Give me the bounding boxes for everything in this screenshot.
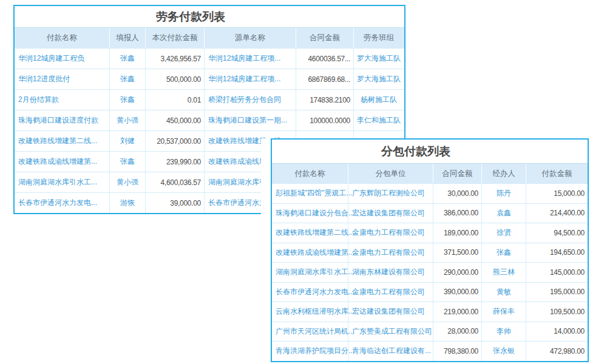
value-cell: 94,500.00: [526, 223, 588, 243]
link-cell[interactable]: 金康电力工程有限公司: [348, 243, 433, 263]
link-cell[interactable]: 改建铁路线增建第二线...: [15, 131, 110, 151]
link-cell[interactable]: 长春市伊通河水力发电...: [15, 193, 110, 213]
labor-table-header-row: 付款名称填报人本次付款金额源单名称合同金额劳务班组: [15, 27, 404, 48]
value-cell: 4600036.57...: [296, 49, 354, 69]
table-row: 彭祖新城"四馆"景观工...广东辉朗工程测绘公司30,000.00陈丹15,00…: [272, 183, 588, 203]
column-header: 合同金额: [433, 164, 482, 183]
link-cell[interactable]: 2月份结算款: [15, 90, 110, 110]
link-cell[interactable]: 湖南洞庭湖水库引水工...: [15, 172, 110, 192]
link-cell[interactable]: 桥梁打桩劳务分包合同: [205, 90, 296, 110]
link-cell[interactable]: 黄敏: [482, 283, 526, 302]
link-cell[interactable]: 湖南东林建设有限公司: [348, 263, 433, 282]
value-cell: 219,000.00: [433, 302, 482, 322]
subcontract-overlay: 分包付款列表 付款名称分包单位合同金额经办人付款金额 彭祖新城"四馆"景观工..…: [261, 138, 589, 362]
table-row: 湖南洞庭湖水库引水工...湖南东林建设有限公司290,000.00熊三林145,…: [272, 262, 588, 282]
labor-table-title: 劳务付款列表: [15, 6, 404, 27]
link-cell[interactable]: 金康电力工程有限公司: [348, 223, 433, 243]
link-cell[interactable]: 广州市天河区统计局机...: [272, 322, 348, 342]
link-cell[interactable]: 袁鑫: [482, 204, 526, 223]
value-cell: 194,650.00: [526, 243, 588, 263]
link-cell[interactable]: 广东赞美成工程有限公司: [348, 322, 433, 342]
link-cell[interactable]: 华润12城房建工程项...: [205, 69, 296, 89]
link-cell[interactable]: 改建铁路成渝线增建第...: [272, 243, 348, 263]
link-cell[interactable]: 珠海鹤港口建设分包合...: [272, 204, 348, 223]
link-cell[interactable]: 李仁和施工队: [354, 110, 404, 130]
link-cell[interactable]: 珠海鹤港口建设进度付款: [15, 110, 110, 130]
value-cell: 386,000.00: [433, 204, 482, 223]
value-cell: 450,000.00: [146, 110, 205, 130]
link-cell[interactable]: 宏达建设集团有限公司: [348, 204, 433, 223]
link-cell[interactable]: 长春市伊通河水力发电...: [272, 283, 348, 302]
value-cell: 798,380.00: [433, 342, 482, 361]
subcontract-table-header-row: 付款名称分包单位合同金额经办人付款金额: [272, 163, 588, 183]
column-header: 付款名称: [272, 164, 348, 183]
column-header: 付款名称: [15, 28, 110, 48]
link-cell[interactable]: 刘健: [110, 131, 146, 151]
link-cell[interactable]: 张永银: [482, 342, 526, 361]
table-row: 珠海鹤港口建设分包合...宏达建设集团有限公司386,000.00袁鑫214,4…: [272, 203, 588, 223]
link-cell[interactable]: 华润12城房建工程负: [15, 49, 110, 69]
link-cell[interactable]: 薛保丰: [482, 302, 526, 322]
value-cell: 20,537,000.00: [146, 131, 205, 151]
column-header: 经办人: [482, 164, 526, 183]
link-cell[interactable]: 罗大海施工队: [354, 69, 404, 89]
link-cell[interactable]: 张鑫: [482, 243, 526, 263]
column-header: 填报人: [110, 28, 146, 48]
link-cell[interactable]: 熊三林: [482, 263, 526, 282]
column-header: 劳务班组: [354, 28, 404, 48]
value-cell: 500,000.00: [146, 69, 205, 89]
link-cell[interactable]: 杨树施工队: [354, 90, 404, 110]
link-cell[interactable]: 华润12城房建工程项...: [205, 49, 296, 69]
table-row: 珠海鹤港口建设进度付款黄小强450,000.00珠海鹤港口建设第一期...100…: [15, 110, 404, 130]
link-cell[interactable]: 彭祖新城"四馆"景观工...: [272, 184, 348, 203]
link-cell[interactable]: 张鑫: [110, 90, 146, 110]
link-cell[interactable]: 徐贤: [482, 223, 526, 243]
link-cell[interactable]: 宏达建设集团有限公司: [348, 302, 433, 322]
value-cell: 4,600,036.57: [146, 172, 205, 192]
link-cell[interactable]: 广东辉朗工程测绘公司: [348, 184, 433, 203]
link-cell[interactable]: 金康电力工程有限公司: [348, 283, 433, 302]
value-cell: 15,000.00: [526, 184, 588, 203]
link-cell[interactable]: 改建铁路成渝线增建第...: [15, 152, 110, 172]
table-row: 云南水利枢纽潜明水库...宏达建设集团有限公司219,000.00薛保丰109,…: [272, 302, 588, 322]
value-cell: 390,000.00: [433, 283, 482, 302]
subcontract-table-title: 分包付款列表: [272, 140, 588, 163]
value-cell: 100000.0000: [296, 110, 354, 130]
table-row: 2月份结算款张鑫0.01桥梁打桩劳务分包合同174838.2100杨树施工队: [15, 89, 404, 110]
table-row: 广州市天河区统计局机...广东赞美成工程有限公司28,000.00李帅14,00…: [272, 322, 588, 342]
link-cell[interactable]: 华润12进度批付: [15, 69, 110, 89]
value-cell: 189,000.00: [433, 223, 482, 243]
link-cell[interactable]: 罗大海施工队: [354, 49, 404, 69]
table-row: 改建铁路线增建第二线...金康电力工程有限公司189,000.00徐贤94,50…: [272, 223, 588, 243]
link-cell[interactable]: 张鑫: [110, 49, 146, 69]
value-cell: 28,000.00: [433, 322, 482, 342]
link-cell[interactable]: 陈丹: [482, 184, 526, 203]
link-cell[interactable]: 李帅: [482, 322, 526, 342]
value-cell: 214,400.00: [526, 204, 588, 223]
link-cell[interactable]: 张鑫: [110, 152, 146, 172]
link-cell[interactable]: 改建铁路线增建第二线...: [272, 223, 348, 243]
link-cell[interactable]: 张鑫: [110, 69, 146, 89]
column-header: 分包单位: [348, 164, 433, 183]
subcontract-table-body: 彭祖新城"四馆"景观工...广东辉朗工程测绘公司30,000.00陈丹15,00…: [272, 183, 588, 361]
link-cell[interactable]: 游恢: [110, 193, 146, 213]
link-cell[interactable]: 黄小强: [110, 172, 146, 192]
value-cell: 195,000.00: [526, 283, 588, 302]
link-cell[interactable]: 青海临达创工程建设有...: [348, 342, 433, 361]
value-cell: 0.01: [146, 90, 205, 110]
value-cell: 174838.2100: [296, 90, 354, 110]
value-cell: 371,500.00: [433, 243, 482, 263]
value-cell: 3,426,956.57: [146, 49, 205, 69]
link-cell[interactable]: 云南水利枢纽潜明水库...: [272, 302, 348, 322]
value-cell: 290,000.00: [433, 263, 482, 282]
link-cell[interactable]: 珠海鹤港口建设第一期...: [205, 110, 296, 130]
link-cell[interactable]: 湖南洞庭湖水库引水工...: [272, 263, 348, 282]
link-cell[interactable]: 黄小强: [110, 110, 146, 130]
column-header: 合同金额: [296, 28, 354, 48]
table-row: 改建铁路成渝线增建第...金康电力工程有限公司371,500.00张鑫194,6…: [272, 243, 588, 263]
link-cell[interactable]: 青海洪湖养护院项目分...: [272, 342, 348, 361]
value-cell: 239,990.00: [146, 152, 205, 172]
table-row: 华润12城房建工程负张鑫3,426,956.57华润12城房建工程项...460…: [15, 48, 404, 69]
value-cell: 14,000.00: [526, 322, 588, 342]
table-row: 长春市伊通河水力发电...金康电力工程有限公司390,000.00黄敏195,0…: [272, 282, 588, 302]
